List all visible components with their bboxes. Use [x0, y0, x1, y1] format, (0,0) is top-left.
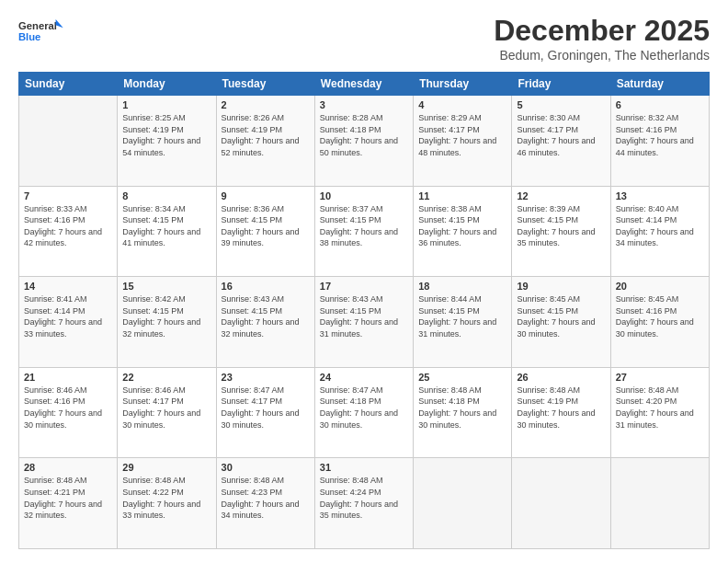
day-info: Sunrise: 8:48 AMSunset: 4:20 PMDaylight:…	[616, 385, 704, 431]
day-number: 11	[418, 190, 506, 201]
day-number: 1	[122, 99, 210, 110]
calendar-cell: 14Sunrise: 8:41 AMSunset: 4:14 PMDayligh…	[19, 277, 118, 368]
header-day-monday: Monday	[118, 73, 216, 96]
day-number: 23	[222, 372, 310, 383]
calendar-cell: 17Sunrise: 8:43 AMSunset: 4:15 PMDayligh…	[314, 277, 413, 368]
day-info: Sunrise: 8:47 AMSunset: 4:18 PMDaylight:…	[320, 385, 408, 431]
day-info: Sunrise: 8:46 AMSunset: 4:16 PMDaylight:…	[24, 385, 112, 431]
day-number: 16	[222, 281, 310, 292]
day-number: 27	[616, 372, 704, 383]
logo: General Blue	[18, 14, 64, 51]
day-info: Sunrise: 8:43 AMSunset: 4:15 PMDaylight:…	[222, 293, 310, 339]
calendar-cell: 5Sunrise: 8:30 AMSunset: 4:17 PMDaylight…	[512, 96, 610, 187]
day-info: Sunrise: 8:25 AMSunset: 4:19 PMDaylight:…	[122, 112, 210, 158]
calendar-cell: 23Sunrise: 8:47 AMSunset: 4:17 PMDayligh…	[216, 367, 314, 458]
day-number: 15	[122, 281, 210, 292]
logo-svg: General Blue	[18, 14, 64, 51]
page: General Blue December 2025 Bedum, Gronin…	[0, 0, 728, 563]
calendar-cell	[19, 96, 118, 187]
svg-text:General: General	[18, 20, 57, 31]
calendar-cell: 29Sunrise: 8:48 AMSunset: 4:22 PMDayligh…	[118, 458, 216, 549]
day-info: Sunrise: 8:48 AMSunset: 4:18 PMDaylight:…	[418, 385, 506, 431]
day-info: Sunrise: 8:38 AMSunset: 4:15 PMDaylight:…	[418, 203, 506, 249]
calendar-cell: 4Sunrise: 8:29 AMSunset: 4:17 PMDaylight…	[414, 96, 512, 187]
calendar-cell: 6Sunrise: 8:32 AMSunset: 4:16 PMDaylight…	[610, 96, 709, 187]
calendar-week-4: 28Sunrise: 8:48 AMSunset: 4:21 PMDayligh…	[19, 458, 710, 549]
day-number: 22	[122, 372, 210, 383]
header: General Blue December 2025 Bedum, Gronin…	[18, 14, 710, 63]
day-number: 2	[222, 99, 310, 110]
day-number: 21	[24, 372, 112, 383]
calendar-week-2: 14Sunrise: 8:41 AMSunset: 4:14 PMDayligh…	[19, 277, 710, 368]
day-number: 9	[222, 190, 310, 201]
day-info: Sunrise: 8:45 AMSunset: 4:16 PMDaylight:…	[616, 293, 704, 339]
day-number: 5	[517, 99, 605, 110]
calendar-cell: 12Sunrise: 8:39 AMSunset: 4:15 PMDayligh…	[512, 186, 610, 277]
calendar-cell: 22Sunrise: 8:46 AMSunset: 4:17 PMDayligh…	[118, 367, 216, 458]
calendar-cell: 18Sunrise: 8:44 AMSunset: 4:15 PMDayligh…	[414, 277, 512, 368]
calendar-cell	[512, 458, 610, 549]
calendar-header-row: SundayMondayTuesdayWednesdayThursdayFrid…	[19, 73, 710, 96]
calendar-week-3: 21Sunrise: 8:46 AMSunset: 4:16 PMDayligh…	[19, 367, 710, 458]
day-info: Sunrise: 8:48 AMSunset: 4:24 PMDaylight:…	[320, 475, 408, 521]
day-number: 20	[616, 281, 704, 292]
calendar-cell: 24Sunrise: 8:47 AMSunset: 4:18 PMDayligh…	[314, 367, 413, 458]
header-day-saturday: Saturday	[610, 73, 709, 96]
day-info: Sunrise: 8:30 AMSunset: 4:17 PMDaylight:…	[517, 112, 605, 158]
calendar-cell: 2Sunrise: 8:26 AMSunset: 4:19 PMDaylight…	[216, 96, 314, 187]
calendar-cell: 9Sunrise: 8:36 AMSunset: 4:15 PMDaylight…	[216, 186, 314, 277]
calendar-cell: 30Sunrise: 8:48 AMSunset: 4:23 PMDayligh…	[216, 458, 314, 549]
header-day-sunday: Sunday	[19, 73, 118, 96]
calendar-cell: 20Sunrise: 8:45 AMSunset: 4:16 PMDayligh…	[610, 277, 709, 368]
calendar-cell	[610, 458, 709, 549]
title-section: December 2025 Bedum, Groningen, The Neth…	[494, 14, 710, 63]
day-number: 29	[122, 462, 210, 473]
day-info: Sunrise: 8:34 AMSunset: 4:15 PMDaylight:…	[122, 203, 210, 249]
day-info: Sunrise: 8:48 AMSunset: 4:23 PMDaylight:…	[222, 475, 310, 521]
calendar-week-1: 7Sunrise: 8:33 AMSunset: 4:16 PMDaylight…	[19, 186, 710, 277]
day-info: Sunrise: 8:46 AMSunset: 4:17 PMDaylight:…	[122, 385, 210, 431]
calendar-cell: 15Sunrise: 8:42 AMSunset: 4:15 PMDayligh…	[118, 277, 216, 368]
calendar-week-0: 1Sunrise: 8:25 AMSunset: 4:19 PMDaylight…	[19, 96, 710, 187]
day-info: Sunrise: 8:39 AMSunset: 4:15 PMDaylight:…	[517, 203, 605, 249]
day-info: Sunrise: 8:42 AMSunset: 4:15 PMDaylight:…	[122, 293, 210, 339]
day-info: Sunrise: 8:48 AMSunset: 4:21 PMDaylight:…	[24, 475, 112, 521]
day-number: 12	[517, 190, 605, 201]
svg-text:Blue: Blue	[18, 31, 40, 42]
day-number: 30	[222, 462, 310, 473]
day-number: 17	[320, 281, 408, 292]
header-day-wednesday: Wednesday	[314, 73, 413, 96]
day-number: 28	[24, 462, 112, 473]
calendar-cell: 1Sunrise: 8:25 AMSunset: 4:19 PMDaylight…	[118, 96, 216, 187]
day-info: Sunrise: 8:37 AMSunset: 4:15 PMDaylight:…	[320, 203, 408, 249]
day-number: 10	[320, 190, 408, 201]
day-number: 19	[517, 281, 605, 292]
day-number: 18	[418, 281, 506, 292]
day-number: 7	[24, 190, 112, 201]
day-number: 25	[418, 372, 506, 383]
calendar-cell: 31Sunrise: 8:48 AMSunset: 4:24 PMDayligh…	[314, 458, 413, 549]
calendar-cell: 21Sunrise: 8:46 AMSunset: 4:16 PMDayligh…	[19, 367, 118, 458]
day-number: 26	[517, 372, 605, 383]
calendar-cell: 28Sunrise: 8:48 AMSunset: 4:21 PMDayligh…	[19, 458, 118, 549]
day-info: Sunrise: 8:40 AMSunset: 4:14 PMDaylight:…	[616, 203, 704, 249]
day-number: 31	[320, 462, 408, 473]
day-number: 13	[616, 190, 704, 201]
calendar-cell: 10Sunrise: 8:37 AMSunset: 4:15 PMDayligh…	[314, 186, 413, 277]
header-day-thursday: Thursday	[414, 73, 512, 96]
day-info: Sunrise: 8:48 AMSunset: 4:19 PMDaylight:…	[517, 385, 605, 431]
month-title: December 2025	[494, 14, 710, 48]
calendar-cell: 8Sunrise: 8:34 AMSunset: 4:15 PMDaylight…	[118, 186, 216, 277]
calendar-cell: 27Sunrise: 8:48 AMSunset: 4:20 PMDayligh…	[610, 367, 709, 458]
calendar-cell: 7Sunrise: 8:33 AMSunset: 4:16 PMDaylight…	[19, 186, 118, 277]
location: Bedum, Groningen, The Netherlands	[494, 48, 710, 63]
day-info: Sunrise: 8:32 AMSunset: 4:16 PMDaylight:…	[616, 112, 704, 158]
calendar-cell	[414, 458, 512, 549]
day-info: Sunrise: 8:48 AMSunset: 4:22 PMDaylight:…	[122, 475, 210, 521]
day-number: 14	[24, 281, 112, 292]
day-info: Sunrise: 8:47 AMSunset: 4:17 PMDaylight:…	[222, 385, 310, 431]
calendar-cell: 26Sunrise: 8:48 AMSunset: 4:19 PMDayligh…	[512, 367, 610, 458]
day-info: Sunrise: 8:29 AMSunset: 4:17 PMDaylight:…	[418, 112, 506, 158]
day-number: 8	[122, 190, 210, 201]
day-number: 6	[616, 99, 704, 110]
